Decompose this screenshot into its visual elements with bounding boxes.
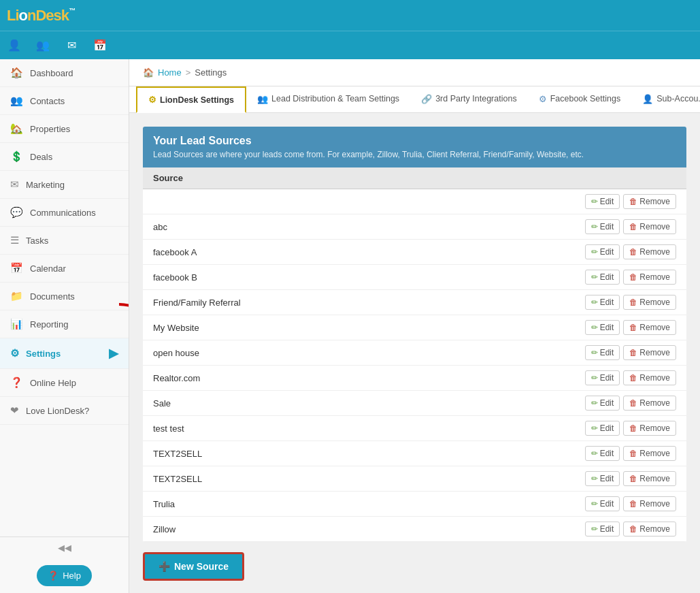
remove-button[interactable]: 🗑 Remove bbox=[623, 320, 676, 335]
edit-button[interactable]: ✏ Edit bbox=[585, 295, 620, 310]
source-name: facebook B bbox=[143, 265, 410, 290]
new-source-button[interactable]: ➕ New Source bbox=[143, 552, 244, 581]
sidebar-item-contacts[interactable]: 👥 Contacts bbox=[0, 87, 129, 115]
edit-icon: ✏ bbox=[591, 398, 598, 408]
dashboard-icon: 🏠 bbox=[10, 67, 23, 79]
remove-icon: 🗑 bbox=[629, 423, 637, 433]
remove-button[interactable]: 🗑 Remove bbox=[623, 522, 676, 536]
source-name: Trulia bbox=[143, 492, 410, 517]
remove-button[interactable]: 🗑 Remove bbox=[623, 370, 676, 385]
settings-icon: ⚙ bbox=[10, 347, 19, 359]
edit-icon: ✏ bbox=[591, 222, 598, 231]
tab-subaccount[interactable]: 👤 Sub-Accou... bbox=[631, 86, 700, 112]
edit-button[interactable]: ✏ Edit bbox=[585, 446, 620, 461]
documents-icon: 📁 bbox=[10, 290, 23, 302]
tab-liondesk-settings[interactable]: ⚙ LionDesk Settings bbox=[136, 86, 246, 113]
lead-sources-header: Your Lead Sources Lead Sources are where… bbox=[143, 127, 686, 167]
nav-icon-calendar[interactable]: 📅 bbox=[86, 31, 114, 60]
nav-icon-email[interactable]: ✉ bbox=[57, 31, 86, 60]
edit-icon: ✏ bbox=[591, 247, 598, 257]
remove-button[interactable]: 🗑 Remove bbox=[623, 194, 676, 209]
remove-button[interactable]: 🗑 Remove bbox=[623, 446, 676, 461]
source-name bbox=[143, 189, 410, 214]
source-name: TEXT2SELL bbox=[143, 441, 410, 466]
remove-button[interactable]: 🗑 Remove bbox=[623, 219, 676, 234]
sidebar-item-calendar[interactable]: 📅 Calendar bbox=[0, 255, 129, 283]
table-row: Sale✏ Edit🗑 Remove bbox=[143, 391, 686, 416]
sidebar-item-reporting[interactable]: 📊 Reporting bbox=[0, 310, 129, 338]
source-name: Sale bbox=[143, 391, 410, 416]
nav-icon-group[interactable]: 👥 bbox=[29, 31, 57, 60]
main-layout: 🏠 Dashboard 👥 Contacts 🏡 Properties 💲 De… bbox=[0, 59, 700, 593]
edit-button[interactable]: ✏ Edit bbox=[585, 244, 620, 259]
edit-button[interactable]: ✏ Edit bbox=[585, 370, 620, 385]
sidebar: 🏠 Dashboard 👥 Contacts 🏡 Properties 💲 De… bbox=[0, 59, 129, 593]
edit-button[interactable]: ✏ Edit bbox=[585, 496, 620, 511]
breadcrumb-current: Settings bbox=[195, 67, 227, 78]
sidebar-item-online-help[interactable]: ❓ Online Help bbox=[0, 369, 129, 397]
edit-button[interactable]: ✏ Edit bbox=[585, 194, 620, 209]
edit-button[interactable]: ✏ Edit bbox=[585, 471, 620, 486]
sources-table: Source ✏ Edit🗑 Removeabc✏ Edit🗑 Removefa… bbox=[143, 167, 686, 542]
edit-icon: ✏ bbox=[591, 423, 598, 433]
lead-sources-title: Your Lead Sources bbox=[153, 135, 676, 147]
edit-button[interactable]: ✏ Edit bbox=[585, 345, 620, 360]
tab-facebook-settings[interactable]: ⚙ Facebook Settings bbox=[528, 86, 632, 112]
source-name: Friend/Family Referral bbox=[143, 290, 410, 315]
edit-button[interactable]: ✏ Edit bbox=[585, 270, 620, 285]
tab-facebook-icon: ⚙ bbox=[539, 94, 547, 104]
remove-icon: 🗑 bbox=[629, 524, 637, 534]
remove-button[interactable]: 🗑 Remove bbox=[623, 421, 676, 436]
help-icon: ❓ bbox=[10, 376, 23, 389]
deals-icon: 💲 bbox=[10, 150, 23, 163]
remove-icon: 🗑 bbox=[629, 398, 637, 408]
sidebar-item-properties[interactable]: 🏡 Properties bbox=[0, 115, 129, 143]
remove-icon: 🗑 bbox=[629, 298, 637, 307]
tab-integrations[interactable]: 🔗 3rd Party Integrations bbox=[410, 86, 528, 112]
tab-team-settings[interactable]: 👥 Lead Distribution & Team Settings bbox=[246, 86, 410, 112]
sidebar-item-dashboard[interactable]: 🏠 Dashboard bbox=[0, 59, 129, 87]
table-row: open house✏ Edit🗑 Remove bbox=[143, 340, 686, 366]
remove-icon: 🗑 bbox=[629, 499, 637, 509]
plus-icon: ➕ bbox=[159, 561, 170, 572]
remove-button[interactable]: 🗑 Remove bbox=[623, 295, 676, 310]
sidebar-item-documents[interactable]: 📁 Documents bbox=[0, 283, 129, 310]
sidebar-collapse-btn[interactable]: ◀◀ bbox=[0, 536, 129, 558]
edit-icon: ✏ bbox=[591, 449, 598, 458]
tab-gear-icon: ⚙ bbox=[148, 95, 156, 105]
tab-subaccount-icon: 👤 bbox=[642, 94, 653, 104]
table-row: Trulia✏ Edit🗑 Remove bbox=[143, 492, 686, 517]
remove-button[interactable]: 🗑 Remove bbox=[623, 345, 676, 360]
communications-icon: 💬 bbox=[10, 206, 23, 219]
remove-button[interactable]: 🗑 Remove bbox=[623, 396, 676, 411]
nav-icon-person[interactable]: 👤 bbox=[0, 31, 29, 60]
remove-button[interactable]: 🗑 Remove bbox=[623, 244, 676, 259]
sidebar-item-communications[interactable]: 💬 Communications bbox=[0, 199, 129, 227]
edit-icon: ✏ bbox=[591, 197, 598, 206]
edit-icon: ✏ bbox=[591, 499, 598, 509]
sidebar-item-tasks[interactable]: ☰ Tasks bbox=[0, 227, 129, 255]
edit-button[interactable]: ✏ Edit bbox=[585, 219, 620, 234]
remove-button[interactable]: 🗑 Remove bbox=[623, 496, 676, 511]
breadcrumb: 🏠 Home > Settings bbox=[129, 59, 700, 86]
properties-icon: 🏡 bbox=[10, 123, 23, 135]
edit-button[interactable]: ✏ Edit bbox=[585, 396, 620, 411]
remove-button[interactable]: 🗑 Remove bbox=[623, 471, 676, 486]
lead-sources-panel: Your Lead Sources Lead Sources are where… bbox=[143, 127, 686, 542]
table-row: Friend/Family Referral✏ Edit🗑 Remove bbox=[143, 290, 686, 315]
icon-nav: 👤 👥 ✉ 📅 bbox=[0, 31, 700, 59]
tab-team-icon: 👥 bbox=[257, 94, 268, 104]
breadcrumb-home-link[interactable]: Home bbox=[158, 67, 182, 78]
remove-button[interactable]: 🗑 Remove bbox=[623, 270, 676, 285]
edit-button[interactable]: ✏ Edit bbox=[585, 320, 620, 335]
table-row: facebook B✏ Edit🗑 Remove bbox=[143, 265, 686, 290]
edit-button[interactable]: ✏ Edit bbox=[585, 522, 620, 536]
edit-button[interactable]: ✏ Edit bbox=[585, 421, 620, 436]
sidebar-item-love[interactable]: ❤ Love LionDesk? bbox=[0, 397, 129, 425]
sidebar-item-deals[interactable]: 💲 Deals bbox=[0, 143, 129, 171]
help-button[interactable]: ❓ Help bbox=[37, 565, 92, 586]
source-name: Zillow bbox=[143, 517, 410, 542]
remove-icon: 🗑 bbox=[629, 449, 637, 458]
sidebar-item-settings[interactable]: ⚙ Settings ▶ bbox=[0, 338, 129, 369]
sidebar-item-marketing[interactable]: ✉ Marketing bbox=[0, 171, 129, 199]
